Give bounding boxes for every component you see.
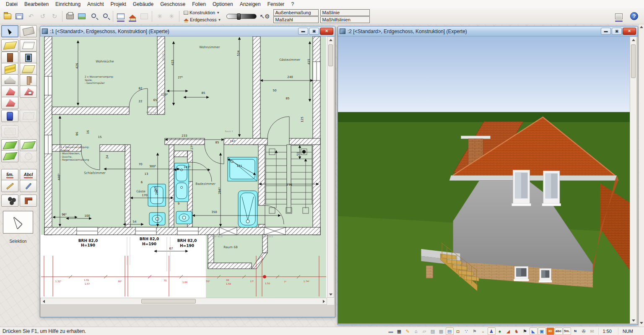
keyboard-panel-button[interactable] (613, 10, 624, 22)
pipes-tool[interactable] (20, 195, 37, 207)
view-2d-button[interactable] (115, 10, 126, 22)
pencil-tool[interactable] (1, 180, 18, 192)
minimize-button[interactable]: ▬ (601, 28, 611, 35)
menu-einrichtung[interactable]: Einrichtung (52, 0, 84, 8)
view-3d-button[interactable] (127, 10, 138, 22)
masslinie-button[interactable]: Maßlinie (320, 9, 370, 16)
ceiling-tool[interactable] (20, 63, 37, 75)
office-chair-icon[interactable]: ♟ (488, 327, 496, 335)
room-tool[interactable] (20, 39, 37, 52)
window-tool[interactable] (20, 52, 37, 64)
close-button[interactable]: ✕ (320, 28, 333, 35)
plan-vscrollbar[interactable] (327, 36, 334, 298)
furniture-tool[interactable] (1, 110, 18, 122)
masszahl-button[interactable]: Maßzahl (273, 16, 319, 23)
dimension-bar-icon[interactable]: ▬ (387, 327, 395, 335)
menu-anzeigen[interactable]: Anzeigen (236, 0, 264, 8)
plan-window-titlebar[interactable]: :1 [<Standard>, Erdgeschoss, Konstruktio… (40, 26, 335, 36)
tree-icon[interactable]: ♠ (496, 327, 504, 335)
camera-tripod-icon[interactable]: ✇ (580, 327, 588, 335)
floor-dropdown[interactable]: Erdgeschoss▼ (183, 17, 222, 23)
catalog-tool[interactable] (1, 125, 18, 138)
menu-bearbeiten[interactable]: Bearbeiten (21, 0, 52, 8)
menu-ansicht[interactable]: Ansicht (84, 0, 107, 8)
view3d-vscrollbar[interactable] (630, 36, 637, 324)
print-button[interactable] (65, 10, 75, 22)
masshilfslinien-button[interactable]: Maßhilfslinien (320, 16, 370, 23)
text-tool[interactable]: AbcI (20, 169, 37, 181)
roof-tool[interactable] (1, 86, 18, 98)
floorplan-canvas[interactable]: WohnkücheWohnzimmerGästezimmerSchlafzimm… (41, 36, 326, 298)
side-panel-strip[interactable] (639, 24, 644, 327)
cursor-settings-button[interactable]: ↖⚙ (260, 10, 270, 22)
text-abc-icon[interactable]: abc (555, 327, 563, 335)
menu-optionen[interactable]: Optionen (209, 0, 236, 8)
menu-geschosse[interactable]: Geschosse (157, 0, 189, 8)
view-preview-button[interactable] (139, 10, 150, 22)
grid-icon[interactable]: ▦ (395, 327, 403, 335)
close-button[interactable]: ✕ (623, 28, 636, 35)
roof-element-tool[interactable] (1, 97, 18, 109)
select-tool[interactable] (1, 25, 18, 37)
view3d-canvas[interactable] (338, 36, 630, 324)
plan-hscrollbar[interactable] (40, 298, 327, 305)
menu-gebude[interactable]: Gebäude (130, 0, 157, 8)
roof-menu-icon[interactable]: ⌂ (412, 327, 420, 335)
terrain-tool[interactable] (1, 139, 18, 151)
bag-icon[interactable]: ◘ (454, 327, 462, 335)
flag-person-icon[interactable]: ⚑ (521, 327, 529, 335)
mode-3d-icon[interactable]: 3D (546, 327, 554, 335)
door-tool[interactable] (1, 52, 18, 64)
menu-projekt[interactable]: Projekt (107, 0, 129, 8)
aussenbemassung-button[interactable]: Außenbemaßung (273, 9, 319, 16)
chevron-up-icon[interactable] (640, 26, 643, 28)
chevron-down-icon[interactable] (640, 322, 643, 324)
blue-cubes-icon[interactable]: ▣ (538, 327, 546, 335)
layer-dropdown[interactable]: Konstruktion▼ (183, 10, 222, 16)
roof-window-tool[interactable] (20, 86, 37, 98)
slab-icon[interactable]: ▱ (421, 327, 428, 335)
north-arrow-icon[interactable]: N (571, 327, 579, 335)
object-tool[interactable] (20, 110, 37, 122)
stairs-tool[interactable] (1, 63, 18, 75)
menu-datei[interactable]: Datei (3, 0, 21, 8)
wall-texture-icon[interactable]: ▨ (429, 327, 437, 335)
rotate-right-button[interactable]: ↻ (49, 10, 60, 22)
undo-button[interactable]: ↶ (26, 10, 36, 22)
blue-angle-icon[interactable]: ◣ (530, 327, 538, 335)
rotate-left-button[interactable]: ↺ (37, 10, 48, 22)
measure-tool[interactable] (20, 25, 37, 37)
wall-tool[interactable] (1, 39, 18, 52)
notes-icon[interactable]: ✉ (588, 327, 596, 335)
edit-elements-button[interactable]: ✳ (166, 10, 177, 22)
save-file-button[interactable] (14, 10, 25, 22)
dormer-tool[interactable] (1, 74, 18, 86)
terrain-path-tool[interactable] (1, 150, 18, 162)
column-tool[interactable] (20, 74, 37, 86)
figure-icon[interactable]: ♞ (513, 327, 521, 335)
lamp-icon[interactable]: ◒ (479, 327, 487, 335)
slider-thumb[interactable] (237, 13, 241, 20)
help-button[interactable]: ? (630, 12, 638, 20)
restore-button[interactable]: ▣ (612, 28, 622, 35)
floor-texture-icon[interactable]: ▩ (437, 327, 445, 335)
pencil-icon[interactable]: ✎ (404, 327, 412, 335)
menu-[interactable]: ? (288, 0, 297, 8)
footprints-icon[interactable]: ∵ (462, 327, 470, 335)
menu-fenster[interactable]: Fenster (264, 0, 288, 8)
move-elements-button[interactable]: ✳ (154, 10, 165, 22)
awning-icon[interactable]: ▤ (446, 327, 454, 335)
pen-tool[interactable] (20, 180, 37, 192)
roof-red-icon[interactable]: ◢ (504, 327, 512, 335)
gears-tool[interactable] (1, 195, 18, 207)
open-file-button[interactable] (2, 10, 13, 22)
restore-button[interactable]: ▣ (309, 28, 319, 35)
menu-folien[interactable]: Folien (189, 0, 209, 8)
minimize-button[interactable]: ▬ (298, 28, 308, 35)
measure-line-tool[interactable]: 5m. (1, 169, 18, 181)
export-image-button[interactable] (76, 10, 87, 22)
zoom-slider[interactable] (226, 14, 257, 19)
compass-tool[interactable] (20, 150, 37, 162)
terrain-area-tool[interactable] (20, 139, 37, 151)
measure-5m-icon[interactable]: 5m. (563, 327, 571, 335)
